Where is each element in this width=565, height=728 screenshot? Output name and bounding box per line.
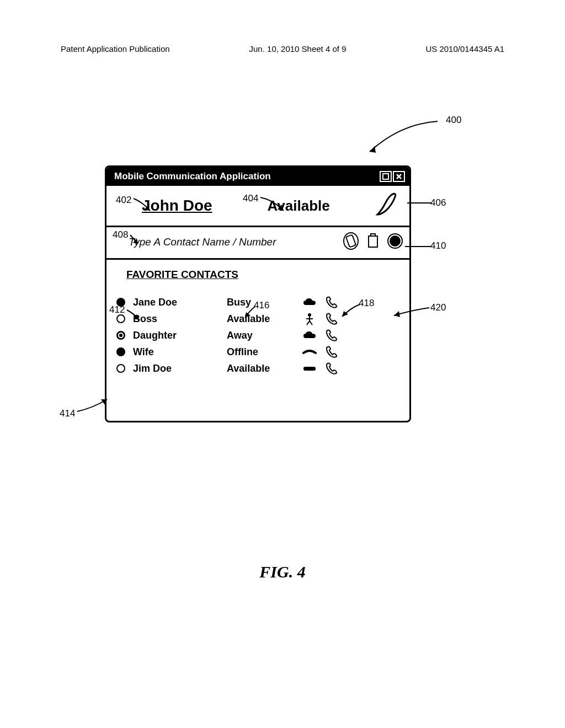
header-right: US 2010/0144345 A1 [425, 44, 504, 53]
callout-402: 402 [116, 195, 131, 206]
callout-406: 406 [430, 197, 446, 208]
globe-icon[interactable] [386, 232, 404, 253]
contact-status: Offline [227, 346, 299, 358]
callout-404: 404 [243, 193, 258, 204]
presence-indicator [116, 314, 125, 323]
svg-rect-7 [303, 367, 316, 371]
callout-400: 400 [446, 115, 461, 126]
callout-410: 410 [430, 240, 446, 251]
search-input[interactable]: Type A Contact Name / Number [129, 236, 338, 248]
window-title: Mobile Communication Application [114, 171, 379, 182]
presence-indicator [116, 364, 125, 373]
lead-404 [259, 196, 287, 214]
callout-408: 408 [113, 229, 128, 240]
edit-icon[interactable] [374, 191, 398, 220]
close-icon [396, 173, 402, 180]
lead-420 [392, 307, 431, 318]
svg-rect-3 [346, 235, 356, 248]
patent-page-header: Patent Application Publication Jun. 10, … [0, 44, 565, 53]
callout-412: 412 [109, 304, 125, 315]
lead-412 [126, 309, 141, 322]
contact-name: Jim Doe [133, 363, 227, 374]
header-left: Patent Application Publication [61, 44, 170, 53]
contact-type-icon [299, 330, 321, 340]
contact-type-icon [299, 312, 321, 325]
contact-status: Away [227, 330, 299, 341]
presence-indicator [116, 331, 125, 340]
contact-type-icon [299, 297, 321, 307]
mobile-icon[interactable] [342, 232, 360, 253]
callout-420: 420 [430, 302, 446, 313]
svg-point-6 [308, 313, 311, 317]
phone-icon[interactable] [321, 295, 343, 309]
maximize-button[interactable] [380, 171, 392, 182]
lead-406 [407, 201, 431, 205]
phone-icon[interactable] [321, 361, 343, 376]
search-bar: Type A Contact Name / Number [106, 227, 409, 260]
contact-status: Available [227, 313, 299, 325]
callout-414: 414 [60, 408, 75, 419]
callout-arrow-400 [367, 119, 444, 157]
lead-408 [129, 234, 139, 246]
lead-402 [132, 197, 154, 214]
close-button[interactable] [393, 171, 405, 182]
contact-row[interactable]: Jim DoeAvailable [116, 360, 399, 377]
contact-status: Available [227, 363, 299, 374]
contact-name: Daughter [133, 330, 227, 341]
desk-phone-icon[interactable] [364, 232, 382, 253]
contact-name: Boss [133, 313, 227, 325]
svg-marker-17 [394, 311, 400, 317]
contact-type-icon [299, 349, 321, 355]
titlebar: Mobile Communication Application [106, 167, 409, 186]
contacts-panel: FAVORITE CONTACTS Jane DoeBusyBossAvaila… [106, 260, 409, 421]
lead-410 [405, 245, 431, 248]
maximize-icon [382, 173, 389, 180]
svg-rect-1 [383, 174, 388, 179]
phone-icon[interactable] [321, 328, 343, 342]
phone-icon[interactable] [321, 345, 343, 359]
lead-414 [76, 397, 109, 414]
svg-marker-15 [245, 312, 250, 318]
favorites-heading: FAVORITE CONTACTS [126, 269, 399, 281]
lead-416 [243, 306, 257, 320]
contact-name: Wife [133, 346, 227, 358]
presence-indicator [116, 347, 125, 356]
contact-row[interactable]: DaughterAway [116, 327, 399, 344]
phone-icon[interactable] [321, 312, 343, 326]
svg-point-5 [390, 235, 401, 247]
figure-caption: FIG. 4 [0, 563, 565, 581]
contact-name: Jane Doe [133, 297, 227, 308]
contact-row[interactable]: WifeOffline [116, 344, 399, 360]
header-center: Jun. 10, 2010 Sheet 4 of 9 [249, 44, 347, 53]
lead-418 [340, 303, 362, 319]
contact-type-icon [299, 365, 321, 372]
